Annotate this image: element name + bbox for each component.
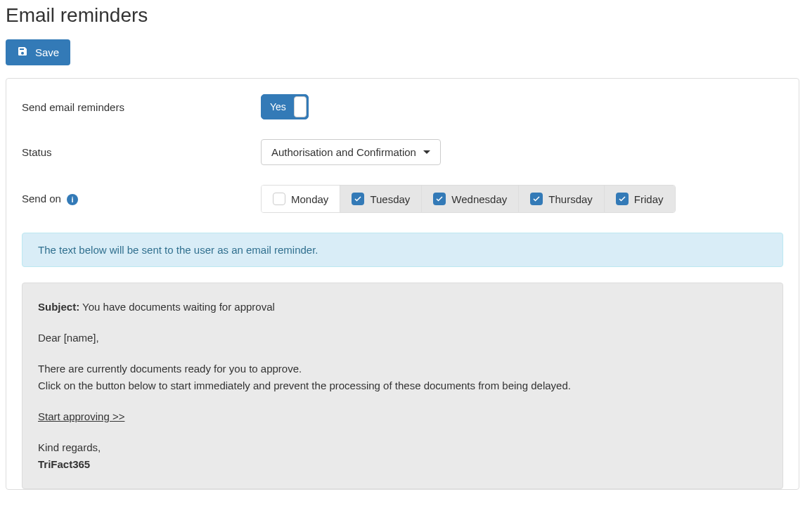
status-dropdown[interactable]: Authorisation and Confirmation: [261, 139, 441, 165]
row-send-reminders: Send email reminders Yes: [22, 94, 783, 119]
toggle-label: Yes: [262, 101, 286, 112]
day-label: Wednesday: [451, 193, 507, 205]
email-signoff: Kind regards,: [38, 439, 767, 456]
email-greeting: Dear [name],: [38, 330, 767, 346]
email-cta-link[interactable]: Start approving >>: [38, 410, 124, 422]
email-subject-label: Subject:: [38, 301, 79, 313]
day-label: Tuesday: [370, 193, 410, 205]
info-alert: The text below will be sent to the user …: [22, 233, 783, 267]
row-send-on: Send on i MondayTuesdayWednesdayThursday…: [22, 185, 783, 213]
label-send-reminders: Send email reminders: [22, 101, 261, 113]
row-status: Status Authorisation and Confirmation: [22, 139, 783, 165]
status-selected: Authorisation and Confirmation: [271, 146, 416, 158]
email-body-line1: There are currently documents ready for …: [38, 361, 767, 377]
email-subject-value: You have documents waiting for approval: [82, 301, 275, 313]
checkbox-icon: [616, 193, 629, 205]
day-toggle-monday[interactable]: Monday: [262, 186, 340, 212]
settings-panel: Send email reminders Yes Status Authoris…: [6, 78, 799, 490]
day-toggle-friday[interactable]: Friday: [605, 186, 675, 212]
day-toggle-group: MondayTuesdayWednesdayThursdayFriday: [261, 185, 676, 213]
caret-down-icon: [423, 150, 430, 154]
checkbox-icon: [530, 193, 543, 205]
save-icon: [17, 46, 28, 59]
email-sender: TriFact365: [38, 456, 767, 473]
email-preview: Subject: You have documents waiting for …: [22, 283, 783, 489]
label-status: Status: [22, 146, 261, 158]
label-send-on: Send on i: [22, 193, 261, 205]
checkbox-icon: [433, 193, 446, 205]
day-label: Thursday: [548, 193, 593, 205]
checkbox-icon: [352, 193, 364, 205]
day-label: Friday: [634, 193, 664, 205]
day-toggle-tuesday[interactable]: Tuesday: [340, 186, 422, 212]
info-icon[interactable]: i: [67, 194, 78, 205]
toggle-send-reminders[interactable]: Yes: [261, 94, 309, 119]
checkbox-icon: [273, 193, 285, 205]
save-button[interactable]: Save: [6, 39, 70, 65]
save-button-label: Save: [35, 46, 59, 58]
day-toggle-wednesday[interactable]: Wednesday: [422, 186, 519, 212]
day-toggle-thursday[interactable]: Thursday: [519, 186, 605, 212]
toggle-knob: [294, 96, 307, 117]
email-body-line2: Click on the button below to start immed…: [38, 377, 767, 394]
page-title: Email reminders: [6, 4, 799, 27]
day-label: Monday: [291, 193, 328, 205]
